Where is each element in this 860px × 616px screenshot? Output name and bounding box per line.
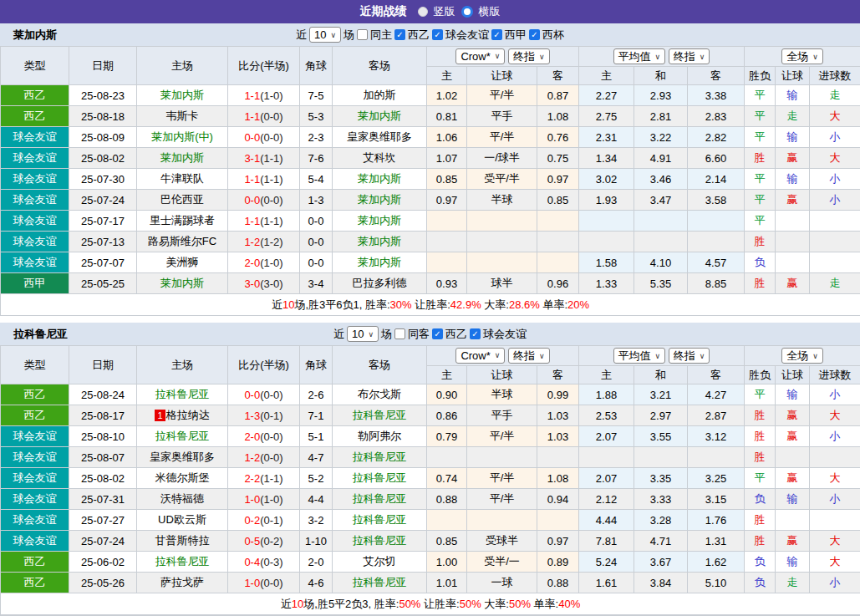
avg-draw: 3.55 xyxy=(634,426,688,447)
away-team-name[interactable]: 莱加内斯 xyxy=(358,109,401,122)
competition-checkbox[interactable]: ✓ xyxy=(470,328,481,339)
avg-stage-select[interactable]: 终指∨ xyxy=(669,348,710,364)
avg-draw: 3.35 xyxy=(634,468,688,489)
home-team-name[interactable]: 萨拉戈萨 xyxy=(160,576,204,588)
vertical-layout-radio[interactable] xyxy=(418,7,428,17)
away-team-name[interactable]: 艾科坎 xyxy=(364,151,396,164)
home-team-name[interactable]: 路易斯维尔FC xyxy=(148,235,216,247)
chevron-down-icon: ∨ xyxy=(539,352,545,360)
home-team-name[interactable]: 皇家奥维耶多 xyxy=(150,451,215,463)
full-time-score: 1-2 xyxy=(244,451,260,464)
home-team-name[interactable]: 韦斯卡 xyxy=(166,109,199,122)
home-team-name[interactable]: 巴伦西亚 xyxy=(160,193,204,206)
result-handicap: 输 xyxy=(776,127,810,148)
avg-away: 4.57 xyxy=(688,252,745,273)
competition-badge: 球会友谊 xyxy=(1,190,69,211)
odds-stage-select[interactable]: 终指∨ xyxy=(508,348,550,364)
away-team-name[interactable]: 莱加内斯 xyxy=(358,172,401,185)
odds-home: 0.81 xyxy=(427,106,467,127)
result-goals: 小 xyxy=(810,190,860,211)
result-outcome: 平 xyxy=(745,127,776,148)
match-date: 25-05-25 xyxy=(69,273,137,294)
average-select[interactable]: 平均值∨ xyxy=(613,348,666,364)
same-venue-checkbox[interactable] xyxy=(394,328,405,339)
competition-checkbox[interactable]: ✓ xyxy=(394,29,405,40)
home-team-name[interactable]: 拉科鲁尼亚 xyxy=(155,555,210,568)
odds-group-header: Crow*∨ 终指∨ xyxy=(427,47,579,67)
home-team-name[interactable]: UD欧云斯 xyxy=(158,513,206,526)
match-date: 25-08-02 xyxy=(69,148,137,169)
score-cell: 1-1(1-0) xyxy=(228,85,300,106)
recent-count-value: 10 xyxy=(352,328,364,340)
home-team-name[interactable]: 拉科鲁尼亚 xyxy=(155,388,210,400)
same-venue-checkbox[interactable] xyxy=(357,29,368,40)
sub-col-odds-line: 让球 xyxy=(467,366,537,384)
away-team-name[interactable]: 勒阿弗尔 xyxy=(358,430,401,442)
home-team-name[interactable]: 拉科鲁尼亚 xyxy=(155,430,210,442)
odds-away: 0.89 xyxy=(537,552,579,573)
avg-stage-select[interactable]: 终指∨ xyxy=(669,48,710,64)
odds-handicap-line: 球半 xyxy=(467,273,537,294)
home-team-name[interactable]: 牛津联队 xyxy=(160,172,204,185)
away-team-name[interactable]: 巴拉多利德 xyxy=(353,277,407,289)
recent-count-value: 10 xyxy=(314,28,326,41)
avg-draw: 3.22 xyxy=(634,127,688,148)
home-team-name[interactable]: 沃特福德 xyxy=(160,492,204,505)
home-team-name[interactable]: 米德尔斯堡 xyxy=(155,471,210,484)
away-team-name[interactable]: 艾尔切 xyxy=(364,555,396,568)
avg-home: 1.58 xyxy=(579,252,634,273)
odds-stage-select[interactable]: 终指∨ xyxy=(508,48,550,64)
home-team-name[interactable]: 莱加内斯 xyxy=(160,277,204,289)
away-team-name[interactable]: 拉科鲁尼亚 xyxy=(353,471,407,484)
away-team-name[interactable]: 拉科鲁尼亚 xyxy=(353,534,407,547)
away-team-name[interactable]: 拉科鲁尼亚 xyxy=(353,451,407,463)
competition-checkbox[interactable]: ✓ xyxy=(491,29,502,40)
away-team-name[interactable]: 拉科鲁尼亚 xyxy=(353,576,407,588)
sub-col-avg-home: 主 xyxy=(579,366,634,384)
home-team-name[interactable]: 莱加内斯 xyxy=(160,151,204,164)
score-cell: 1-0(0-0) xyxy=(228,573,300,593)
home-team-name[interactable]: 格拉纳达 xyxy=(166,409,210,421)
away-team-name[interactable]: 莱加内斯 xyxy=(358,214,401,227)
home-team-name[interactable]: 莱加内斯(中) xyxy=(151,130,213,143)
recent-count-select[interactable]: 10∨ xyxy=(309,27,341,43)
horizontal-layout-radio[interactable] xyxy=(461,6,473,18)
away-team-name[interactable]: 皇家奥维耶多 xyxy=(347,130,412,143)
corners-cell: 4-4 xyxy=(300,489,333,510)
fulltime-select[interactable]: 全场∨ xyxy=(781,48,823,64)
home-team-name[interactable]: 甘普斯特拉 xyxy=(155,534,210,547)
corners-cell: 2-3 xyxy=(300,127,333,148)
competition-checkbox[interactable]: ✓ xyxy=(432,29,443,40)
score-cell: 0-5(0-2) xyxy=(228,531,300,552)
corners-cell: 5-4 xyxy=(300,169,333,190)
bookmaker-select[interactable]: Crow*∨ xyxy=(455,348,505,364)
recent-label: 近 xyxy=(333,327,344,342)
away-team-name[interactable]: 莱加内斯 xyxy=(358,193,401,206)
fulltime-select[interactable]: 全场∨ xyxy=(781,348,823,364)
home-team-name[interactable]: 里士满踢球者 xyxy=(150,214,215,227)
away-team-name[interactable]: 拉科鲁尼亚 xyxy=(353,409,407,421)
bookmaker-select[interactable]: Crow*∨ xyxy=(455,48,505,64)
average-select[interactable]: 平均值∨ xyxy=(613,48,666,64)
odds-handicap-line: 受平/半 xyxy=(467,169,537,190)
away-team-name[interactable]: 加的斯 xyxy=(364,89,396,101)
away-team-name[interactable]: 莱加内斯 xyxy=(358,235,401,247)
away-team-name[interactable]: 莱加内斯 xyxy=(358,256,401,268)
result-handicap: 赢 xyxy=(776,426,810,447)
corners-cell: 3-2 xyxy=(300,510,333,531)
corners-cell: 5-2 xyxy=(300,468,333,489)
home-team-name[interactable]: 美洲狮 xyxy=(166,256,199,268)
competition-checkbox[interactable]: ✓ xyxy=(432,328,443,339)
away-team-name[interactable]: 拉科鲁尼亚 xyxy=(353,492,407,505)
result-handicap: 输 xyxy=(776,85,810,106)
result-outcome: 胜 xyxy=(745,531,776,552)
recent-count-select[interactable]: 10∨ xyxy=(347,326,379,342)
match-row: 西乙25-05-26萨拉戈萨1-0(0-0)4-6拉科鲁尼亚1.01一球0.88… xyxy=(1,573,860,593)
away-team-name[interactable]: 布尔戈斯 xyxy=(358,388,401,400)
half-time-score: (0-1) xyxy=(260,410,282,422)
team-section: 莱加内斯 近10∨场同主✓西乙✓球会友谊✓西甲✓西杯 类型 日期 主场 比分(半… xyxy=(0,23,860,316)
competition-checkbox[interactable]: ✓ xyxy=(529,29,540,40)
home-team-name[interactable]: 莱加内斯 xyxy=(160,89,204,101)
away-team-name[interactable]: 拉科鲁尼亚 xyxy=(353,513,407,526)
score-cell: 2-2(1-1) xyxy=(228,468,300,489)
